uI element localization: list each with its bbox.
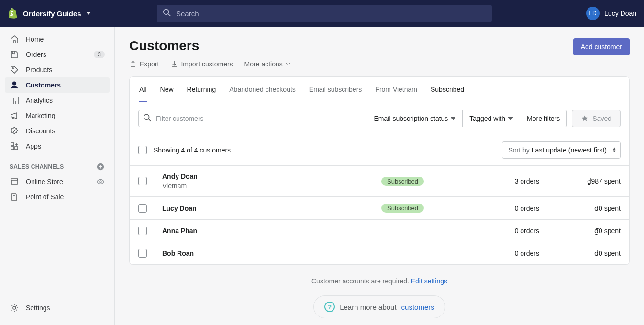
import-button[interactable]: Import customers — [170, 60, 233, 68]
global-search[interactable] — [157, 5, 492, 22]
user-name: Lucy Doan — [604, 10, 636, 17]
customer-name: Anna Phan — [162, 227, 377, 235]
row-checkbox[interactable] — [138, 177, 147, 185]
sidebar-item-analytics[interactable]: Analytics — [5, 93, 110, 108]
table-row[interactable]: Anna Phan0 orders₫0 spent — [130, 219, 629, 242]
sidebar-item-marketing[interactable]: Marketing — [5, 108, 110, 123]
sidebar-item-label: Marketing — [26, 112, 55, 119]
store-switcher[interactable]: Ordersify Guides — [8, 8, 157, 19]
tab-returning[interactable]: Returning — [187, 77, 216, 102]
saved-search-button: Saved — [572, 110, 621, 127]
filter-customers-input[interactable] — [138, 110, 367, 127]
filters-row: Email subscription status Tagged with Mo… — [130, 102, 629, 135]
sidebar-item-discounts[interactable]: Discounts — [5, 123, 110, 139]
sidebar-item-online-store[interactable]: Online Store — [5, 174, 110, 189]
sidebar-item-home[interactable]: Home — [5, 32, 110, 47]
sidebar-item-settings[interactable]: Settings — [5, 300, 110, 315]
row-checkbox[interactable] — [138, 204, 147, 213]
svg-point-0 — [164, 9, 169, 14]
svg-line-1 — [168, 14, 171, 16]
select-all-checkbox[interactable] — [138, 146, 147, 154]
sidebar-section-label: SALES CHANNELS — [10, 163, 64, 170]
store-name: Ordersify Guides — [23, 10, 81, 18]
footer-note-text: Customer accounts are required. — [311, 277, 409, 285]
tagged-with-label: Tagged with — [469, 115, 505, 122]
tab-all[interactable]: All — [139, 77, 147, 102]
more-actions-button[interactable]: More actions — [244, 60, 290, 68]
sidebar-item-products[interactable]: Products — [5, 62, 110, 77]
status-badge: Subscribed — [381, 204, 424, 213]
tab-subscribed[interactable]: Subscribed — [431, 77, 464, 102]
customer-location: Vietnam — [162, 182, 377, 190]
spent-cell: ₫0 spent — [544, 249, 621, 257]
user-menu[interactable]: LD Lucy Doan — [577, 7, 636, 20]
sidebar-item-pos[interactable]: Point of Sale — [5, 189, 110, 205]
sort-select[interactable]: Sort by Last update (newest first) ▲▼ — [502, 141, 621, 159]
saved-label: Saved — [592, 115, 611, 122]
sidebar-section-sales-channels: SALES CHANNELS — [0, 154, 114, 174]
orders-cell: 0 orders — [463, 249, 539, 257]
page-header: Customers Export Import customers More a… — [129, 38, 630, 68]
add-customer-button[interactable]: Add customer — [573, 38, 630, 55]
footer-note: Customer accounts are required. Edit set… — [129, 277, 630, 285]
row-checkbox[interactable] — [138, 227, 147, 235]
svg-point-2 — [12, 68, 13, 69]
sidebar-item-label: Settings — [26, 304, 50, 312]
gear-icon — [10, 303, 19, 313]
avatar: LD — [586, 7, 600, 20]
svg-point-9 — [13, 306, 16, 309]
shopify-logo-icon — [8, 8, 18, 19]
caret-down-icon — [86, 12, 91, 15]
learn-more-link[interactable]: customers — [401, 303, 434, 311]
status-badge: Subscribed — [381, 177, 424, 186]
status-cell: Subscribed — [381, 177, 458, 186]
table-row[interactable]: Lucy DoanSubscribed0 orders₫0 spent — [130, 196, 629, 219]
learn-prefix: Learn more about — [340, 303, 396, 311]
customer-name: Lucy Doan — [162, 205, 377, 212]
learn-more-pill[interactable]: ? Learn more about customers — [313, 295, 445, 318]
import-label: Import customers — [181, 60, 233, 68]
svg-line-11 — [149, 119, 151, 121]
tab-abandoned-checkouts[interactable]: Abandoned checkouts — [229, 77, 296, 102]
sidebar-item-label: Home — [26, 35, 44, 43]
spent-cell: ₫987 spent — [544, 177, 621, 185]
export-button[interactable]: Export — [129, 60, 159, 68]
edit-settings-link[interactable]: Edit settings — [411, 277, 447, 285]
sort-value: Last update (newest first) — [532, 146, 607, 154]
tagged-with-filter[interactable]: Tagged with — [463, 110, 520, 127]
more-filters-label: More filters — [527, 115, 560, 122]
view-store-icon[interactable] — [96, 177, 105, 186]
spent-cell: ₫0 spent — [544, 205, 621, 212]
filter-customers-field[interactable] — [138, 110, 367, 127]
table-row[interactable]: Bob Roan0 orders₫0 spent — [130, 242, 629, 264]
status-cell: Subscribed — [381, 204, 458, 213]
sidebar-item-label: Orders — [26, 51, 46, 58]
tab-from-vietnam[interactable]: From Vietnam — [375, 77, 417, 102]
orders-cell: 0 orders — [463, 205, 539, 212]
email-status-label: Email subscription status — [374, 115, 448, 122]
more-filters-button[interactable]: More filters — [520, 110, 567, 127]
sidebar-item-label: Analytics — [26, 97, 53, 104]
customer-tabs: AllNewReturningAbandoned checkoutsEmail … — [130, 77, 629, 102]
sidebar-item-orders[interactable]: Orders 3 — [5, 47, 110, 62]
tab-email-subscribers[interactable]: Email subscribers — [309, 77, 362, 102]
customer-name-cell: Andy DoanVietnam — [162, 173, 377, 190]
row-checkbox[interactable] — [138, 249, 147, 258]
showing-count: Showing 4 of 4 customers — [154, 146, 231, 154]
global-search-input[interactable] — [157, 5, 492, 22]
add-channel-button[interactable] — [96, 162, 105, 171]
export-label: Export — [140, 60, 159, 68]
sidebar-item-apps[interactable]: Apps — [5, 139, 110, 154]
sidebar-item-label: Online Store — [26, 178, 63, 185]
apps-icon — [10, 141, 19, 151]
customer-name-cell: Lucy Doan — [162, 205, 377, 212]
customer-name: Andy Doan — [162, 173, 377, 180]
sort-prefix: Sort by — [508, 146, 529, 154]
tab-new[interactable]: New — [160, 77, 174, 102]
table-row[interactable]: Andy DoanVietnamSubscribed3 orders₫987 s… — [130, 165, 629, 196]
customers-card: AllNewReturningAbandoned checkoutsEmail … — [129, 76, 630, 265]
page-title: Customers — [129, 38, 290, 54]
sidebar-item-customers[interactable]: Customers — [5, 77, 110, 93]
email-status-filter[interactable]: Email subscription status — [367, 110, 463, 127]
orders-cell: 0 orders — [463, 227, 539, 235]
